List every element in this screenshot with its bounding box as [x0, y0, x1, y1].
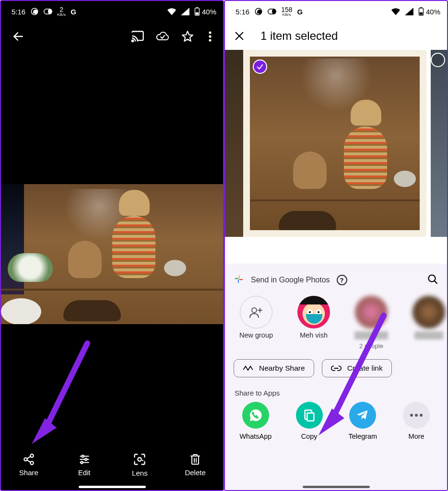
- status-time: 5:16: [236, 8, 249, 16]
- signal-icon: [405, 7, 413, 16]
- share-label: Share: [19, 468, 38, 477]
- contact-blurred[interactable]: [408, 296, 447, 350]
- edit-action[interactable]: Edit: [57, 453, 112, 477]
- svg-point-24: [142, 459, 143, 461]
- svg-rect-25: [192, 456, 199, 464]
- selection-header: 1 item selected: [225, 22, 447, 50]
- share-action[interactable]: Share: [1, 453, 57, 477]
- svg-point-10: [209, 35, 211, 37]
- new-group-icon: [240, 296, 272, 328]
- app-label: More: [409, 433, 424, 440]
- search-button[interactable]: [427, 273, 438, 287]
- svg-line-48: [331, 316, 384, 422]
- svg-point-40: [252, 308, 257, 313]
- lens-label: Lens: [132, 469, 148, 477]
- svg-rect-34: [420, 7, 422, 8]
- chip-label: Nearby Share: [259, 364, 305, 373]
- gesture-handle[interactable]: [79, 486, 146, 488]
- app-more[interactable]: More: [392, 402, 440, 440]
- annotation-arrow-share: [25, 337, 102, 452]
- g-indicator: G: [297, 8, 303, 16]
- wifi-icon: [391, 7, 400, 16]
- battery-indicator: 40%: [418, 7, 440, 16]
- svg-point-46: [415, 414, 418, 417]
- svg-point-11: [209, 39, 211, 41]
- photo-viewer[interactable]: [1, 184, 223, 324]
- whatsapp-status-icon: [254, 7, 263, 16]
- thumb-prev[interactable]: [225, 50, 243, 237]
- svg-point-47: [420, 414, 423, 417]
- gesture-handle[interactable]: [303, 486, 370, 488]
- g-indicator: G: [71, 8, 76, 16]
- contact-new-group[interactable]: New group: [236, 296, 277, 350]
- selected-check-icon: [253, 59, 267, 74]
- svg-marker-49: [318, 409, 344, 435]
- send-in-photos-row: Send in Google Photos ?: [225, 271, 447, 289]
- wifi-icon: [167, 7, 176, 16]
- favorite-button[interactable]: [175, 24, 200, 49]
- selection-title: 1 item selected: [260, 29, 338, 43]
- lens-action[interactable]: Lens: [112, 453, 168, 477]
- status-bar: 5:16 2 KB/s G: [1, 1, 223, 22]
- back-button[interactable]: [6, 24, 31, 49]
- svg-line-15: [27, 456, 30, 458]
- svg-line-28: [44, 343, 87, 432]
- svg-point-20: [82, 455, 83, 457]
- cast-button[interactable]: [125, 24, 150, 49]
- whatsapp-icon: [242, 402, 269, 429]
- svg-point-7: [132, 40, 134, 42]
- network-rate: 158 KB/s: [281, 6, 292, 17]
- thumb-next[interactable]: [431, 50, 447, 237]
- annotation-arrow-copy: [308, 308, 394, 442]
- contact-label: New group: [239, 331, 273, 339]
- viewer-topbar: [1, 22, 223, 51]
- svg-rect-2: [48, 9, 52, 14]
- svg-rect-32: [272, 9, 276, 14]
- svg-rect-35: [420, 12, 423, 15]
- network-rate: 2 KB/s: [57, 6, 66, 17]
- svg-point-21: [85, 458, 87, 460]
- status-time: 5:16: [12, 8, 25, 16]
- status-bar: 5:16 158 KB/s G: [225, 1, 447, 22]
- battery-indicator: 40%: [194, 7, 216, 16]
- svg-line-16: [27, 460, 30, 462]
- svg-marker-29: [32, 418, 57, 444]
- unchecked-circle-icon[interactable]: [431, 53, 445, 67]
- edit-label: Edit: [78, 468, 91, 477]
- close-button[interactable]: [227, 23, 252, 48]
- overflow-menu-button[interactable]: [200, 24, 220, 49]
- help-icon[interactable]: ?: [337, 275, 347, 285]
- svg-point-22: [81, 461, 83, 463]
- delete-label: Delete: [185, 468, 205, 477]
- svg-point-45: [410, 414, 413, 417]
- whatsapp-status-icon: [30, 7, 39, 16]
- pill-status-icon: [268, 7, 276, 16]
- more-icon: [403, 402, 430, 429]
- app-label: WhatsApp: [239, 433, 271, 440]
- svg-point-23: [138, 457, 141, 461]
- svg-rect-5: [196, 12, 199, 15]
- signal-icon: [181, 7, 189, 16]
- svg-line-39: [435, 281, 437, 283]
- delete-action[interactable]: Delete: [167, 453, 223, 477]
- svg-rect-4: [196, 7, 198, 8]
- google-photos-icon: [234, 274, 244, 286]
- thumb-selected[interactable]: [243, 50, 426, 237]
- contact-label: [414, 331, 443, 339]
- avatar: [413, 296, 445, 328]
- photo-strip[interactable]: [225, 50, 447, 237]
- svg-marker-8: [182, 31, 193, 41]
- pill-status-icon: [44, 7, 52, 16]
- nearby-share-chip[interactable]: Nearby Share: [234, 359, 314, 377]
- phone-left: 5:16 2 KB/s G: [0, 0, 224, 491]
- cloud-done-button[interactable]: [150, 24, 175, 49]
- phone-right: 5:16 158 KB/s G: [224, 0, 448, 491]
- app-whatsapp[interactable]: WhatsApp: [232, 402, 280, 440]
- send-in-photos-label: Send in Google Photos: [251, 276, 330, 284]
- svg-point-9: [209, 31, 211, 34]
